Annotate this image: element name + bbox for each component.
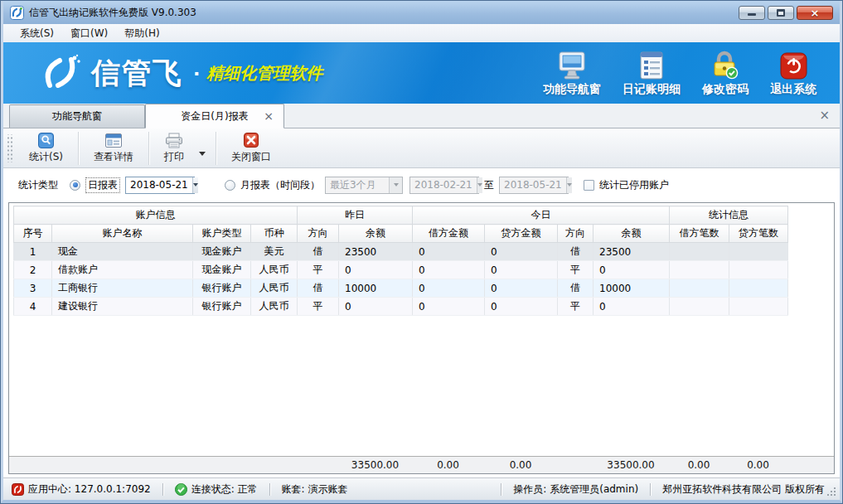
table-row[interactable]: 1现金现金账户美元借2350000借23500	[14, 243, 788, 261]
include-disabled-checkbox[interactable]	[584, 180, 594, 191]
cell[interactable]	[729, 261, 788, 279]
cell[interactable]: 0	[413, 279, 485, 298]
cell[interactable]	[729, 298, 788, 316]
cell[interactable]: 银行账户	[193, 298, 251, 316]
include-disabled-label[interactable]: 统计已停用账户	[599, 178, 669, 192]
close-button[interactable]: ×	[797, 6, 833, 20]
print-button[interactable]: 打印	[151, 129, 197, 167]
cell[interactable]: 借	[558, 243, 593, 261]
cell[interactable]: 0	[485, 298, 558, 316]
tab-nav-window[interactable]: 功能导航窗	[9, 104, 145, 128]
column-header[interactable]: 账户类型	[193, 225, 251, 243]
cell[interactable]: 平	[558, 298, 593, 316]
cell[interactable]: 人民币	[251, 261, 298, 279]
column-header[interactable]: 贷方笔数	[729, 225, 788, 243]
tab-fund-report[interactable]: 资金日(月)报表 ×	[145, 104, 284, 128]
column-header[interactable]: 借方笔数	[670, 225, 729, 243]
exit-system-button[interactable]: 退出系统	[770, 50, 816, 97]
cell[interactable]: 美元	[251, 243, 298, 261]
monthly-report-label[interactable]: 月报表（时间段）	[240, 178, 320, 192]
toolbar-grip-handle[interactable]	[7, 134, 12, 162]
cell[interactable]: 0	[485, 243, 558, 261]
column-group-header[interactable]: 昨日	[298, 206, 413, 225]
cell[interactable]: 0	[593, 298, 670, 316]
journal-detail-button[interactable]: 日记账明细	[623, 50, 681, 97]
close-window-button[interactable]: 关闭窗口	[218, 129, 284, 167]
cell[interactable]	[729, 279, 788, 298]
column-header[interactable]: 借方金额	[413, 225, 485, 243]
column-header[interactable]: 账户名称	[52, 225, 193, 243]
cell[interactable]: 现金	[52, 243, 193, 261]
cell[interactable]: 1	[14, 243, 52, 261]
column-header[interactable]: 币种	[251, 225, 298, 243]
tabstrip-close-icon[interactable]: ×	[819, 109, 830, 122]
cell[interactable]: 4	[14, 298, 52, 316]
column-group-header[interactable]: 账户信息	[14, 206, 298, 225]
cell[interactable]: 借	[298, 243, 339, 261]
cell[interactable]: 0	[339, 261, 413, 279]
column-header[interactable]: 余额	[593, 225, 670, 243]
chevron-down-icon[interactable]	[192, 177, 198, 193]
cell[interactable]: 10000	[339, 279, 413, 298]
monthly-report-radio[interactable]	[225, 180, 235, 191]
cell[interactable]: 0	[485, 261, 558, 279]
cell[interactable]: 10000	[593, 279, 670, 298]
table-row[interactable]: 3工商银行银行账户人民币借1000000借10000	[14, 279, 788, 298]
daily-date-select[interactable]: 2018-05-21	[125, 177, 195, 194]
cell[interactable]	[670, 261, 729, 279]
cell[interactable]: 23500	[593, 243, 670, 261]
column-header[interactable]: 余额	[339, 225, 413, 243]
menu-window[interactable]: 窗口(W)	[62, 25, 116, 42]
cell[interactable]: 人民币	[251, 298, 298, 316]
stats-button[interactable]: 统计(S)	[16, 129, 76, 167]
column-header[interactable]: 序号	[14, 225, 52, 243]
column-group-header[interactable]: 今日	[413, 206, 670, 225]
menu-help[interactable]: 帮助(H)	[116, 25, 167, 42]
view-details-button[interactable]: 查看详情	[80, 129, 147, 167]
cell[interactable]: 借	[558, 279, 593, 298]
cell[interactable]: 0	[485, 279, 558, 298]
cell[interactable]: 平	[558, 261, 593, 279]
cell[interactable]: 0	[339, 298, 413, 316]
cell[interactable]: 0	[593, 261, 670, 279]
cell[interactable]: 0	[413, 298, 485, 316]
cell[interactable]	[670, 298, 729, 316]
end-date-select[interactable]: 2018-05-21	[499, 177, 569, 194]
cell[interactable]: 借	[298, 279, 339, 298]
cell[interactable]: 平	[298, 261, 339, 279]
cell[interactable]: 银行账户	[193, 279, 251, 298]
cell[interactable]: 建设银行	[52, 298, 193, 316]
start-date-select[interactable]: 2018-02-21	[409, 177, 479, 194]
column-group-header[interactable]: 统计信息	[670, 206, 788, 225]
column-header[interactable]: 方向	[298, 225, 339, 243]
column-header[interactable]: 贷方金额	[485, 225, 558, 243]
cell[interactable]: 工商银行	[52, 279, 193, 298]
daily-report-label[interactable]: 日报表	[85, 177, 120, 193]
cell[interactable]: 人民币	[251, 279, 298, 298]
maximize-button[interactable]	[768, 6, 794, 20]
cell[interactable]: 现金账户	[193, 261, 251, 279]
change-password-button[interactable]: 修改密码	[702, 50, 749, 97]
minimize-button[interactable]	[739, 6, 765, 20]
nav-window-button[interactable]: 功能导航窗	[543, 50, 601, 97]
cell[interactable]	[670, 243, 729, 261]
cell[interactable]	[729, 243, 788, 261]
daily-report-radio[interactable]	[70, 180, 80, 191]
cell[interactable]: 3	[14, 279, 52, 298]
range-preset-select[interactable]: 最近3个月	[325, 177, 403, 194]
column-header[interactable]: 方向	[558, 225, 593, 243]
cell[interactable]: 借款账户	[52, 261, 193, 279]
table-row[interactable]: 4建设银行银行账户人民币平000平0	[14, 298, 788, 316]
tab-close-icon[interactable]: ×	[264, 110, 274, 122]
cell[interactable]: 23500	[339, 243, 413, 261]
cell[interactable]: 现金账户	[193, 243, 251, 261]
resize-grip[interactable]	[826, 487, 836, 497]
menu-system[interactable]: 系统(S)	[12, 25, 62, 42]
table-row[interactable]: 2借款账户现金账户人民币平000平0	[14, 261, 788, 279]
print-dropdown-arrow[interactable]	[199, 152, 206, 156]
cell[interactable]: 平	[298, 298, 339, 316]
cell[interactable]: 0	[413, 261, 485, 279]
cell[interactable]: 0	[413, 243, 485, 261]
cell[interactable]	[670, 279, 729, 298]
cell[interactable]: 2	[14, 261, 52, 279]
